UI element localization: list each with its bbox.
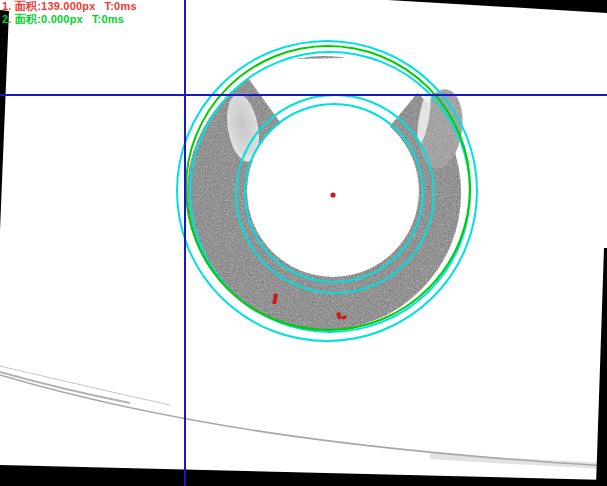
- camera-canvas[interactable]: 1. 面积:139.000pxT:0ms 2. 面积:0.000pxT:0ms: [0, 0, 607, 486]
- crosshair-vertical-line[interactable]: [184, 0, 186, 486]
- measurement-readout-1: 1. 面积:139.000pxT:0ms: [2, 0, 137, 13]
- camera-image: [0, 0, 607, 486]
- measurement-label: 面积:: [15, 0, 41, 12]
- measurement-value: 0.000px: [41, 13, 83, 25]
- measurement-time: T:0ms: [92, 13, 124, 25]
- measurement-value: 139.000px: [41, 0, 95, 12]
- measurement-readout-2: 2. 面积:0.000pxT:0ms: [2, 13, 124, 26]
- measurement-label: 面积:: [15, 13, 41, 25]
- wire-curve: [0, 366, 607, 466]
- measurement-time: T:0ms: [105, 0, 137, 12]
- measurement-index: 2.: [2, 13, 12, 25]
- center-point-marker: [330, 192, 335, 197]
- measurement-index: 1.: [2, 0, 12, 12]
- crosshair-horizontal-line[interactable]: [0, 94, 607, 96]
